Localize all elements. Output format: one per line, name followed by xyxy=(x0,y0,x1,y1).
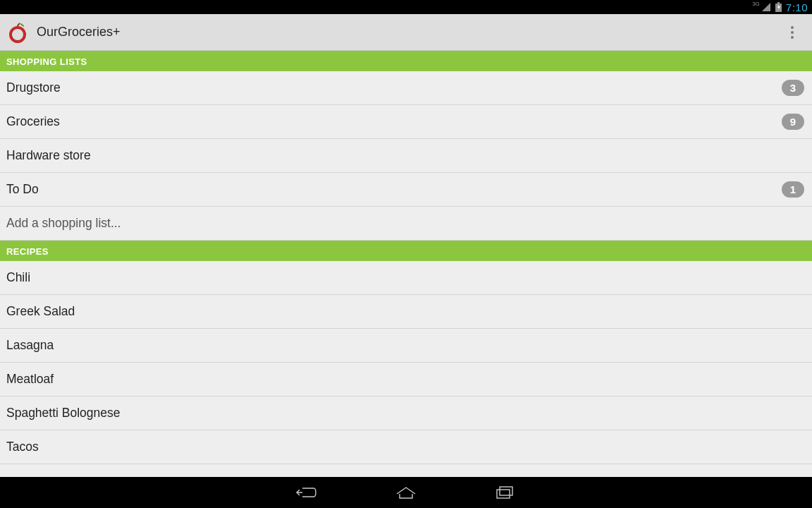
section-header-recipes: RECIPES xyxy=(0,241,812,261)
add-list-label: Add a shopping list... xyxy=(6,216,806,231)
recipe-label: Tacos xyxy=(6,440,806,454)
signal-icon xyxy=(761,2,771,12)
back-button[interactable] xyxy=(293,483,321,502)
count-badge: 9 xyxy=(782,114,804,130)
list-label: To Do xyxy=(6,182,782,197)
recipe-row-spaghetti-bolognese[interactable]: Spaghetti Bolognese xyxy=(0,397,812,430)
network-label: 3G xyxy=(752,1,760,7)
recipe-row-tacos[interactable]: Tacos xyxy=(0,430,812,464)
list-row-to-do[interactable]: To Do 1 xyxy=(0,173,812,207)
recipe-row-greek-salad[interactable]: Greek Salad xyxy=(0,295,812,329)
overflow-menu-button[interactable] xyxy=(780,20,805,45)
recipe-row-meatloaf[interactable]: Meatloaf xyxy=(0,363,812,397)
recipe-label: Lasagna xyxy=(6,338,806,353)
svg-point-2 xyxy=(11,28,25,42)
list-label: Drugstore xyxy=(6,80,782,95)
section-header-shopping: SHOPPING LISTS xyxy=(0,51,812,71)
list-label: Hardware store xyxy=(6,148,806,163)
add-shopping-list-button[interactable]: Add a shopping list... xyxy=(0,207,812,241)
list-label: Groceries xyxy=(6,114,782,129)
svg-rect-3 xyxy=(497,490,510,498)
clock: 7:10 xyxy=(786,1,808,13)
recipe-label: Spaghetti Bolognese xyxy=(6,406,806,421)
recipe-row-chili[interactable]: Chili xyxy=(0,261,812,295)
recents-button[interactable] xyxy=(491,483,519,502)
system-nav-bar xyxy=(0,477,812,508)
recipe-row-lasagna[interactable]: Lasagna xyxy=(0,329,812,363)
action-bar: OurGroceries+ xyxy=(0,14,812,51)
content-scroll[interactable]: SHOPPING LISTS Drugstore 3 Groceries 9 H… xyxy=(0,51,812,477)
home-button[interactable] xyxy=(392,483,420,502)
recipe-label: Chili xyxy=(6,270,806,285)
list-row-drugstore[interactable]: Drugstore 3 xyxy=(0,71,812,105)
list-row-groceries[interactable]: Groceries 9 xyxy=(0,105,812,139)
svg-rect-4 xyxy=(500,487,512,495)
recipe-label: Greek Salad xyxy=(6,304,806,319)
svg-rect-1 xyxy=(777,2,780,4)
list-row-hardware-store[interactable]: Hardware store xyxy=(0,139,812,173)
count-badge: 1 xyxy=(782,181,804,198)
status-bar: 3G 7:10 xyxy=(0,0,812,14)
recipe-label: Meatloaf xyxy=(6,372,806,387)
battery-icon xyxy=(775,2,782,12)
count-badge: 3 xyxy=(782,80,804,96)
app-logo-icon xyxy=(7,20,31,44)
app-title: OurGroceries+ xyxy=(37,25,780,40)
